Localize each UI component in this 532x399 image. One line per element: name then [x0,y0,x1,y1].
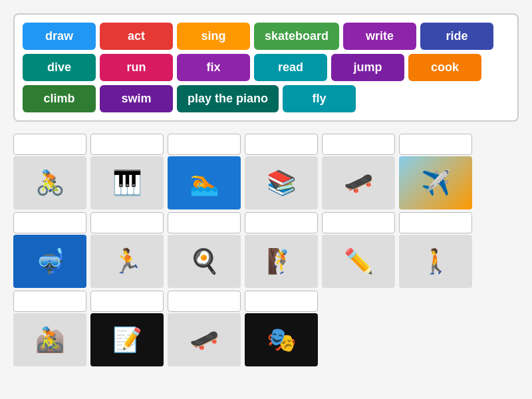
match-cell-2-0: 🚵 [13,291,86,366]
image-box-1-1: 🏃 [90,235,164,288]
word-bank: drawactsingskateboardwriteridediverunfix… [13,13,519,122]
answer-box-1-0[interactable] [13,212,86,233]
image-box-2-3: 🎭 [245,313,318,366]
word-tile-sing[interactable]: sing [177,23,250,50]
word-tile-read[interactable]: read [254,54,327,81]
match-cell-1-3: 🧗 [245,212,318,288]
match-cell-0-5: ✈️ [399,134,472,209]
word-tile-jump[interactable]: jump [331,54,404,81]
answer-box-2-1[interactable] [90,291,164,312]
answer-box-1-5[interactable] [399,212,472,233]
answer-box-0-3[interactable] [245,134,318,155]
answer-box-0-2[interactable] [168,134,241,155]
word-tile-act[interactable]: act [100,23,173,50]
image-box-0-2: 🏊 [168,156,241,209]
match-cell-0-0: 🚴 [13,134,86,209]
answer-box-2-0[interactable] [13,291,86,312]
match-cell-1-1: 🏃 [90,212,164,288]
match-row-0: 🚴🎹🏊📚🛹✈️ [13,134,519,209]
match-cell-1-2: 🍳 [168,212,241,288]
image-box-0-5: ✈️ [399,156,472,209]
answer-box-1-3[interactable] [245,212,318,233]
word-tile-cook[interactable]: cook [408,54,481,81]
answer-box-0-5[interactable] [399,134,472,155]
match-cell-2-3: 🎭 [245,291,318,366]
answer-box-0-0[interactable] [13,134,86,155]
answer-box-0-1[interactable] [90,134,164,155]
word-tile-piano[interactable]: play the piano [177,85,279,112]
word-tile-swim[interactable]: swim [100,85,173,112]
match-cell-2-2: 🛹 [168,291,241,366]
match-row-2: 🚵📝🛹🎭 [13,291,519,366]
word-tile-dive[interactable]: dive [23,54,96,81]
match-cell-1-5: 🚶 [399,212,472,288]
image-box-2-2: 🛹 [168,313,241,366]
image-box-1-2: 🍳 [168,235,241,288]
match-row-1: 🤿🏃🍳🧗✏️🚶 [13,212,519,288]
word-tile-ride[interactable]: ride [420,23,493,50]
word-tile-fix[interactable]: fix [177,54,250,81]
answer-box-1-4[interactable] [322,212,395,233]
image-box-1-4: ✏️ [322,235,395,288]
match-cell-0-3: 📚 [245,134,318,209]
match-cell-2-1: 📝 [90,291,164,366]
answer-box-0-4[interactable] [322,134,395,155]
answer-box-1-1[interactable] [90,212,164,233]
match-cell-0-1: 🎹 [90,134,164,209]
word-tile-climb[interactable]: climb [23,85,96,112]
image-box-2-1: 📝 [90,313,164,366]
word-tile-draw[interactable]: draw [23,23,96,50]
word-tile-run[interactable]: run [100,54,173,81]
match-cell-0-2: 🏊 [168,134,241,209]
match-cell-1-0: 🤿 [13,212,86,288]
image-box-0-4: 🛹 [322,156,395,209]
image-box-1-5: 🚶 [399,235,472,288]
match-grid: 🚴🎹🏊📚🛹✈️🤿🏃🍳🧗✏️🚶🚵📝🛹🎭 [13,134,519,366]
image-box-0-1: 🎹 [90,156,164,209]
image-box-0-3: 📚 [245,156,318,209]
image-box-2-0: 🚵 [13,313,86,366]
image-box-1-0: 🤿 [13,235,86,288]
answer-box-1-2[interactable] [168,212,241,233]
match-cell-0-4: 🛹 [322,134,395,209]
image-box-0-0: 🚴 [13,156,86,209]
word-tile-skateboard[interactable]: skateboard [254,23,339,50]
image-box-1-3: 🧗 [245,235,318,288]
word-tile-fly[interactable]: fly [283,85,356,112]
word-tile-write[interactable]: write [343,23,416,50]
answer-box-2-2[interactable] [168,291,241,312]
match-cell-1-4: ✏️ [322,212,395,288]
answer-box-2-3[interactable] [245,291,318,312]
